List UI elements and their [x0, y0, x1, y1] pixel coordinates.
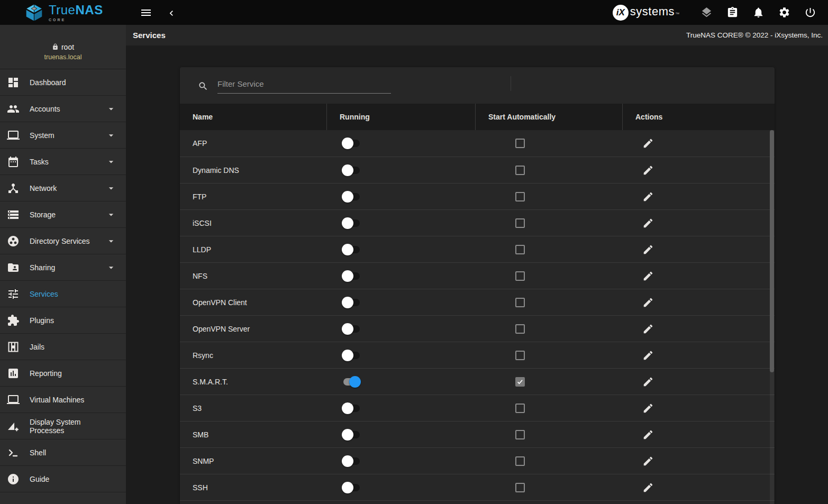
running-toggle[interactable]	[342, 191, 361, 203]
running-toggle[interactable]	[342, 323, 361, 335]
edit-service-button[interactable]	[642, 191, 654, 203]
service-name: SMB	[193, 430, 208, 439]
running-toggle[interactable]	[342, 270, 361, 282]
table-header: Name Running Start Automatically Actions	[180, 104, 775, 130]
group-work-icon	[7, 235, 20, 248]
table-row: iSCSI	[180, 209, 775, 236]
folder-shared-icon	[7, 261, 20, 274]
sidebar-item-display-system-processes[interactable]: Display System Processes	[0, 413, 126, 439]
truecommand-icon[interactable]	[700, 6, 713, 19]
sidebar-item-tasks[interactable]: Tasks	[0, 149, 126, 175]
filter-toolbar-divider	[511, 76, 511, 91]
edit-service-button[interactable]	[642, 217, 654, 229]
sidebar-item-virtual-machines[interactable]: Virtual Machines	[0, 387, 126, 413]
running-toggle[interactable]	[342, 455, 361, 467]
start-automatically-checkbox[interactable]	[515, 192, 525, 201]
table-body: AFP Dynamic DNS	[180, 130, 775, 500]
running-toggle[interactable]	[342, 297, 361, 308]
edit-service-button[interactable]	[642, 429, 654, 441]
sidenav-collapse-icon[interactable]	[166, 6, 179, 19]
puzzle-icon	[7, 314, 20, 327]
edit-service-button[interactable]	[642, 244, 654, 255]
main-content: Name Running Start Automatically Actions…	[126, 45, 828, 504]
jobs-icon[interactable]	[726, 6, 739, 19]
filter-service-input[interactable]	[217, 77, 391, 94]
storage-icon	[7, 208, 20, 221]
table-row-partial	[180, 500, 775, 504]
edit-service-button[interactable]	[642, 138, 654, 149]
edit-service-button[interactable]	[642, 270, 654, 282]
table-scrollbar[interactable]	[770, 130, 774, 504]
running-toggle[interactable]	[342, 138, 361, 149]
sidebar-item-sharing[interactable]: Sharing	[0, 254, 126, 281]
sidebar-item-reporting[interactable]: Reporting	[0, 360, 126, 387]
start-automatically-checkbox[interactable]	[515, 245, 525, 254]
running-toggle[interactable]	[342, 244, 361, 255]
settings-icon[interactable]	[778, 6, 790, 19]
running-toggle[interactable]	[342, 164, 361, 176]
edit-service-button[interactable]	[642, 297, 654, 308]
start-automatically-checkbox[interactable]	[515, 404, 525, 413]
edit-service-button[interactable]	[642, 482, 654, 493]
jail-icon	[7, 341, 20, 353]
notifications-icon[interactable]	[752, 6, 765, 19]
edit-service-button[interactable]	[642, 164, 654, 176]
start-automatically-checkbox[interactable]	[515, 377, 525, 387]
sidebar-item-dashboard[interactable]: Dashboard	[0, 69, 126, 96]
sidebar-item-system[interactable]: System	[0, 122, 126, 149]
sidebar: root truenas.local Dashboard Accounts Sy…	[0, 25, 126, 504]
edit-service-button[interactable]	[642, 455, 654, 467]
sidebar-item-network[interactable]: Network	[0, 175, 126, 201]
start-automatically-checkbox[interactable]	[515, 139, 525, 148]
device-hub-icon	[7, 182, 20, 195]
sidebar-item-jails[interactable]: Jails	[0, 334, 126, 360]
scrollbar-thumb[interactable]	[770, 130, 774, 372]
ixsystems-logo[interactable]: iXsystems™	[613, 5, 679, 21]
chevron-down-icon	[106, 130, 116, 141]
user-panel: root truenas.local	[0, 25, 126, 69]
service-name: FTP	[193, 193, 206, 201]
start-automatically-checkbox[interactable]	[515, 351, 525, 360]
running-toggle[interactable]	[342, 429, 361, 441]
hostname: truenas.local	[44, 53, 82, 61]
sidebar-item-storage[interactable]: Storage	[0, 201, 126, 228]
service-name: iSCSI	[193, 219, 212, 227]
table-row: S.M.A.R.T.	[180, 368, 775, 395]
start-automatically-checkbox[interactable]	[515, 483, 525, 492]
start-automatically-checkbox[interactable]	[515, 298, 525, 307]
menu-icon[interactable]	[140, 6, 152, 19]
table-row: NFS	[180, 262, 775, 289]
start-automatically-checkbox[interactable]	[515, 456, 525, 466]
topbar: TrueNAS CORE iXsystems™	[0, 0, 828, 25]
sidebar-item-services[interactable]: Services	[0, 281, 126, 307]
running-toggle[interactable]	[342, 376, 361, 388]
running-toggle[interactable]	[342, 217, 361, 229]
start-automatically-checkbox[interactable]	[515, 271, 525, 281]
start-automatically-checkbox[interactable]	[515, 430, 525, 439]
edit-service-button[interactable]	[642, 323, 654, 335]
start-automatically-checkbox[interactable]	[515, 324, 525, 334]
running-toggle[interactable]	[342, 482, 361, 493]
sidebar-item-guide[interactable]: Guide	[0, 466, 126, 492]
services-card: Name Running Start Automatically Actions…	[180, 67, 775, 504]
service-name: S.M.A.R.T.	[193, 378, 228, 386]
running-toggle[interactable]	[342, 402, 361, 414]
service-name: SSH	[193, 483, 208, 492]
truenas-logo-icon	[24, 4, 44, 22]
sidebar-item-directory-services[interactable]: Directory Services	[0, 228, 126, 254]
sidebar-item-shell[interactable]: Shell	[0, 439, 126, 466]
service-name: OpenVPN Server	[193, 325, 250, 333]
power-icon[interactable]	[804, 6, 816, 19]
edit-service-button[interactable]	[642, 350, 654, 361]
chevron-down-icon	[106, 104, 116, 114]
start-automatically-checkbox[interactable]	[515, 166, 525, 175]
running-toggle[interactable]	[342, 350, 361, 361]
start-automatically-checkbox[interactable]	[515, 218, 525, 228]
sidebar-item-accounts[interactable]: Accounts	[0, 96, 126, 122]
sidebar-item-plugins[interactable]: Plugins	[0, 307, 126, 334]
chevron-down-icon	[106, 183, 116, 194]
sidebar-nav: Dashboard Accounts System Tasks Network …	[0, 69, 126, 492]
edit-service-button[interactable]	[642, 376, 654, 388]
edit-service-button[interactable]	[642, 402, 654, 414]
copyright: TrueNAS CORE® © 2022 - iXsystems, Inc.	[686, 31, 823, 39]
